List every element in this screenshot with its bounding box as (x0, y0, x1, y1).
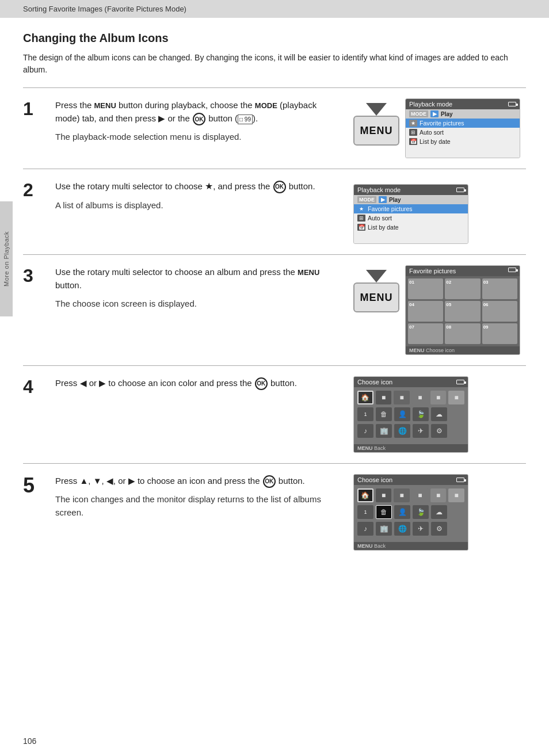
icon-building-2: 🏢 (376, 522, 392, 536)
fav-icon-2: ★ (357, 205, 365, 212)
step-1-visuals: MENU Playback mode MODE ▶ Play (353, 98, 526, 158)
icon-trash: 🗑 (376, 407, 392, 421)
icon-settings-2: ⚙ (431, 522, 447, 536)
choose-title-bar-2: Choose icon (354, 475, 468, 485)
star-symbol: ★ (205, 181, 213, 191)
cal-icon-2: 📅 (357, 224, 365, 231)
grid-icon-2: ⊞ (357, 215, 365, 222)
choose-footer-menu-2: MENU (357, 543, 373, 549)
step-1-text: Press the MENU button during playback, c… (55, 98, 342, 144)
ui-row-autosort: ⊞ Auto sort (406, 128, 520, 137)
step-3-visuals: MENU Favorite pictures 01 02 03 04 (353, 265, 526, 355)
icon-plane-2: ✈ (413, 522, 429, 536)
battery-icon-3 (508, 268, 516, 272)
icon-note: ♪ (357, 424, 373, 438)
step-4-visuals: Choose icon 🏠 ■ ■ ■ ■ ■ (353, 376, 526, 453)
ui-title-bar-1: Playback mode (406, 99, 520, 109)
ok-btn-5: OK (263, 475, 276, 488)
step-2-note: A list of albums is displayed. (55, 198, 342, 212)
menu-btn-body-3: MENU (353, 282, 399, 312)
ok-btn-4: OK (255, 377, 268, 390)
step-3-main: Use the rotary multi selector to choose … (55, 265, 526, 355)
step-2-text: Use the rotary multi selector to choose … (55, 180, 342, 212)
mode-tab-label: MODE (409, 110, 428, 117)
autosort-label-2: Auto sort (368, 215, 392, 222)
header-bar: Sorting Favorite Images (Favorite Pictur… (0, 0, 549, 18)
color-cell-3b: ■ (394, 488, 410, 502)
color-cell-selected: 🏠 (357, 391, 373, 404)
play-label-2: Play (389, 197, 401, 203)
color-row-2: 🏠 ■ ■ ■ ■ ■ (357, 488, 464, 502)
battery-icon-5 (456, 478, 464, 482)
ui-row-play-selected: ★ Favorite pictures (406, 119, 520, 128)
ui-spacer-2 (354, 232, 468, 243)
color-cell-2b: ■ (376, 488, 392, 502)
icon-settings: ⚙ (431, 424, 447, 438)
color-cell-3: ■ (394, 391, 410, 404)
choose-title-bar-1: Choose icon (354, 377, 468, 387)
mode-label: MODE (255, 101, 277, 110)
playback-mode-ui-1: Playback mode MODE ▶ Play ★ Favorite pic… (405, 98, 520, 158)
icon-num-2: 1 (357, 505, 373, 519)
grid-icon-1: ⊞ (409, 129, 417, 136)
icon-globe: 🌐 (394, 424, 410, 438)
grid-cell-07: 07 (408, 323, 443, 344)
icon-building: 🏢 (376, 424, 392, 438)
page-title: Changing the Album Icons (23, 32, 526, 45)
choose-body-1: 🏠 ■ ■ ■ ■ ■ 1 🗑 👤 (354, 387, 468, 444)
icon-trash-2: 🗑 (376, 505, 392, 519)
grid-cell-01: 01 (408, 278, 443, 299)
color-cell-6: ■ (448, 391, 464, 404)
step-4-text: Press ◀ or ▶ to choose an icon color and… (55, 376, 342, 390)
grid-cell-09: 09 (482, 323, 517, 344)
step-2: 2 Use the rotary multi selector to choos… (23, 169, 526, 254)
step-1-instruction: Press the MENU button during playback, c… (55, 98, 342, 125)
choose-body-2: 🏠 ■ ■ ■ ■ ■ 1 🗑 👤 (354, 485, 468, 542)
step-3-instruction: Use the rotary multi selector to choose … (55, 265, 342, 292)
step-2-content: Use the rotary multi selector to choose … (55, 180, 526, 244)
step-5-visuals: Choose icon 🏠 ■ ■ ■ ■ ■ (353, 474, 526, 551)
grid-title-bar: Favorite pictures (406, 266, 520, 276)
step-2-number: 2 (23, 181, 46, 199)
ui-title-bar-2: Playback mode (354, 185, 468, 195)
main-content: Changing the Album Icons The design of t… (0, 18, 549, 578)
step-3-note: The choose icon screen is displayed. (55, 297, 342, 310)
favorite-grid-ui: Favorite pictures 01 02 03 04 05 06 07 0… (405, 265, 520, 355)
color-cell-2: ■ (376, 391, 392, 404)
step-2-instruction: Use the rotary multi selector to choose … (55, 180, 342, 194)
fav-icon-1: ★ (409, 120, 417, 127)
step-1-main: Press the MENU button during playback, c… (55, 98, 526, 158)
page-number: 106 (23, 736, 36, 746)
ui-title-text-1: Playback mode (409, 101, 452, 108)
ui-row-listdate-2: 📅 List by date (354, 223, 468, 232)
step-1-content: Press the MENU button during playback, c… (55, 98, 526, 158)
color-cell-4: ■ (412, 391, 428, 404)
ui-row-fav-selected: ★ Favorite pictures (354, 204, 468, 213)
step-3-content: Use the rotary multi selector to choose … (55, 265, 526, 355)
choose-title-text-1: Choose icon (357, 379, 392, 385)
fav-label-2: Favorite pictures (368, 205, 413, 212)
choose-footer-2: MENU Back (354, 542, 468, 550)
ui-mode-tab-2: MODE ▶ Play (354, 195, 468, 204)
ui-row-autosort-2: ⊞ Auto sort (354, 213, 468, 223)
color-row-1: 🏠 ■ ■ ■ ■ ■ (357, 391, 464, 404)
choose-icon-ui-1: Choose icon 🏠 ■ ■ ■ ■ ■ (353, 376, 468, 453)
icon-row-2a: 1 🗑 👤 🍃 ☁ (357, 505, 464, 519)
menu-btn-graphic-3: MENU (353, 270, 399, 312)
icon-person-2: 👤 (394, 505, 410, 519)
step-5: 5 Press ▲, ▼, ◀, or ▶ to choose an icon … (23, 463, 526, 561)
grid-cell-05: 05 (445, 301, 480, 322)
play-icon-tab-2: ▶ (379, 196, 387, 203)
step-5-content: Press ▲, ▼, ◀, or ▶ to choose an icon an… (55, 474, 526, 551)
icon-cloud-2: ☁ (431, 505, 447, 519)
icon-row-1a: 1 🗑 👤 🍃 ☁ (357, 407, 464, 421)
battery-icon-2 (456, 188, 464, 192)
choose-icon-ui-2: Choose icon 🏠 ■ ■ ■ ■ ■ (353, 474, 468, 551)
icon-note-2: ♪ (357, 522, 373, 536)
playback-mode-ui-2: Playback mode MODE ▶ Play ★ Favorite pic… (353, 184, 468, 244)
listdate-label-1: List by date (420, 138, 451, 145)
color-cell-5: ■ (430, 391, 447, 404)
ok-btn-1: OK (193, 113, 205, 125)
grid-cell-02: 02 (445, 278, 480, 299)
menu-label-1: MENU (94, 101, 116, 110)
